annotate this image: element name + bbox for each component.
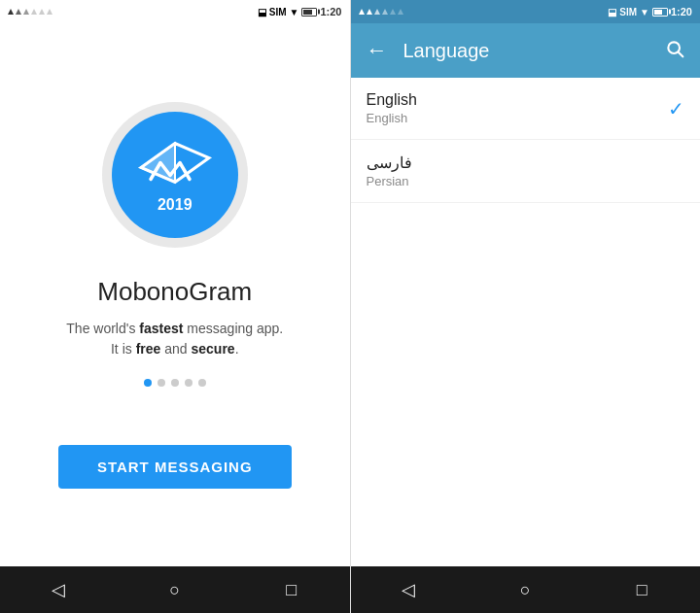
lang-name-persian: فارسی	[367, 153, 412, 172]
r-battery-fill	[654, 10, 662, 15]
desc-secure: secure	[191, 341, 234, 357]
nav-home-button[interactable]: ○	[156, 570, 194, 609]
r-signal-3	[374, 9, 380, 15]
search-icon[interactable]	[665, 39, 684, 63]
desc-free: free	[136, 341, 161, 357]
r-signal-5	[390, 9, 396, 15]
right-status-icons	[359, 9, 403, 15]
r-signal-2	[367, 9, 372, 15]
right-status-right: ⬓ SIM ▼ 1:20	[608, 6, 692, 17]
r-signal-6	[398, 9, 403, 15]
dot-2	[158, 379, 165, 387]
dot-3	[171, 379, 179, 387]
desc-fastest: fastest	[139, 321, 183, 336]
desc-text-5: .	[235, 341, 239, 357]
language-list: English English ✓ فارسی Persian	[351, 78, 701, 566]
time-display: 1:20	[320, 6, 341, 17]
sim-icon: SIM	[269, 7, 287, 17]
lang-text-english: English English	[367, 91, 417, 125]
start-messaging-button[interactable]: START MESSAGING	[58, 445, 292, 489]
battery-fill	[303, 10, 311, 15]
right-bottom-nav: ◁ ○ □	[351, 566, 701, 613]
lang-text-persian: فارسی Persian	[367, 153, 412, 188]
app-description: The world's fastest messaging app. It is…	[66, 319, 283, 359]
logo-svg	[136, 136, 214, 194]
svg-line-4	[679, 51, 683, 56]
signal-icon-5	[39, 9, 45, 15]
dot-4	[185, 379, 192, 387]
r-signal-4	[382, 9, 388, 15]
r-nav-back-button[interactable]: ◁	[389, 570, 428, 609]
dot-5	[198, 379, 206, 387]
language-item-persian[interactable]: فارسی Persian	[351, 140, 701, 203]
checkmark-icon-english: ✓	[668, 97, 684, 120]
signal-icon-2	[16, 9, 21, 15]
battery-icon	[301, 8, 317, 17]
r-signal-1	[359, 9, 365, 15]
left-status-bar: ⬓ SIM ▼ 1:20	[0, 0, 350, 23]
r-battery-icon	[652, 8, 668, 17]
left-bottom-nav: ◁ ○ □	[0, 566, 350, 613]
lang-subtitle-english: English	[367, 111, 417, 125]
wifi-icon: ▼	[290, 7, 299, 17]
bluetooth-icon: ⬓	[258, 7, 266, 17]
language-item-english[interactable]: English English ✓	[351, 78, 701, 140]
signal-icon-6	[47, 9, 52, 15]
lang-name-english: English	[367, 91, 417, 109]
dot-1	[144, 379, 152, 387]
logo-year: 2019	[158, 196, 192, 214]
left-status-icons	[8, 9, 52, 15]
back-button[interactable]: ←	[367, 38, 388, 63]
r-nav-home-button[interactable]: ○	[506, 570, 544, 609]
app-logo-container: 2019	[102, 102, 248, 248]
signal-icon-1	[8, 9, 14, 15]
signal-icon-3	[23, 9, 29, 15]
left-panel: ⬓ SIM ▼ 1:20 2019 Mobon	[0, 0, 350, 613]
r-wifi-icon: ▼	[640, 7, 649, 17]
app-name: MobonoGram	[97, 277, 252, 307]
desc-text-3: It is	[111, 341, 136, 357]
right-status-bar: ⬓ SIM ▼ 1:20	[351, 0, 701, 23]
r-time-display: 1:20	[671, 6, 692, 17]
signal-icon-4	[31, 9, 37, 15]
r-bluetooth-icon: ⬓	[608, 7, 616, 17]
nav-recent-button[interactable]: □	[272, 570, 311, 609]
left-main-content: 2019 MobonoGram The world's fastest mess…	[0, 23, 350, 566]
pagination-dots	[144, 379, 206, 387]
lang-subtitle-persian: Persian	[367, 174, 412, 188]
desc-text-2: messaging app.	[183, 321, 283, 336]
app-logo: 2019	[112, 112, 238, 238]
desc-text-4: and	[160, 341, 191, 357]
r-sim-icon: SIM	[619, 7, 637, 17]
desc-text-1: The world's	[66, 321, 139, 336]
right-panel: ⬓ SIM ▼ 1:20 ← Language English English	[351, 0, 701, 613]
left-status-right: ⬓ SIM ▼ 1:20	[258, 6, 342, 17]
r-nav-recent-button[interactable]: □	[622, 570, 661, 609]
nav-back-button[interactable]: ◁	[39, 570, 78, 609]
header-title: Language	[403, 40, 650, 62]
language-header: ← Language	[351, 23, 701, 78]
